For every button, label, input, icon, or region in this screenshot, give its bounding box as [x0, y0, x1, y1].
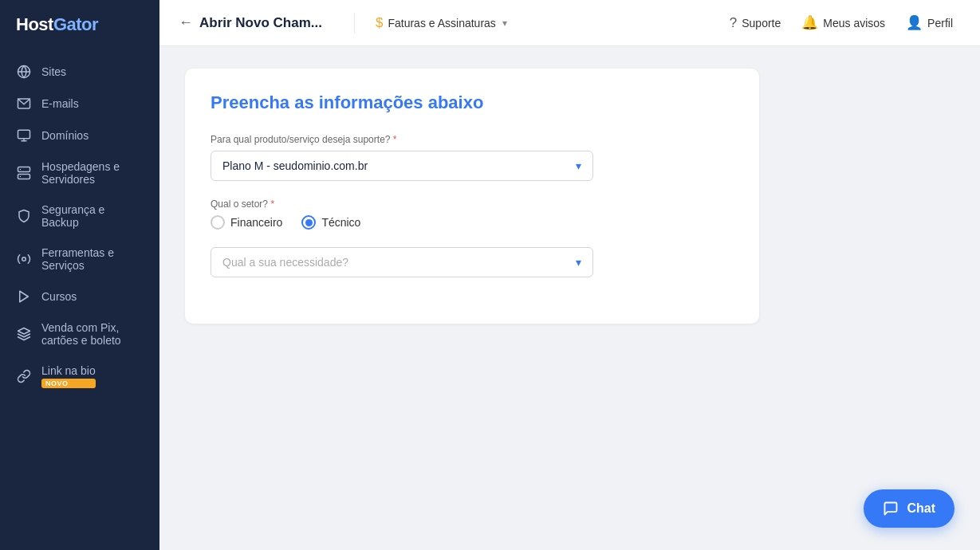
content-area: Preencha as informações abaixo Para qual… — [159, 46, 980, 550]
product-select[interactable]: Plano M - seudominio.com.br ▾ — [211, 151, 593, 181]
svg-rect-3 — [18, 130, 30, 139]
sector-radio-group: Financeiro Técnico — [211, 215, 734, 230]
radio-circle-tecnico — [301, 215, 316, 230]
product-label: Para qual produto/serviço deseja suporte… — [211, 134, 734, 145]
radio-tecnico[interactable]: Técnico — [301, 215, 360, 230]
radio-label-financeiro: Financeiro — [230, 216, 282, 229]
logo: HostGator — [0, 0, 159, 49]
back-button[interactable]: ← Abrir Novo Cham... — [179, 14, 322, 31]
sidebar-item-label: Hospedagens e Servidores — [41, 160, 144, 186]
sidebar-item-label: Segurança e Backup — [41, 203, 144, 229]
need-group: Qual a sua necessidade? ▾ — [211, 247, 734, 277]
sector-label: Qual o setor? * — [211, 198, 734, 210]
dollar-icon: $ — [376, 15, 383, 31]
chevron-down-icon: ▾ — [576, 256, 581, 269]
sidebar-item-emails[interactable]: E-mails — [0, 88, 159, 120]
sector-group: Qual o setor? * Financeiro Técnico — [211, 198, 734, 230]
avisos-button[interactable]: 🔔 Meus avisos — [793, 10, 893, 36]
topnav: ← Abrir Novo Cham... $ Faturas e Assinat… — [159, 0, 980, 46]
shield-icon — [16, 209, 32, 223]
sidebar: HostGator Sites E-mails Domínios Hosped — [0, 0, 159, 550]
page-title: Abrir Novo Cham... — [199, 15, 322, 31]
courses-icon — [16, 289, 32, 304]
sidebar-item-linkbio[interactable]: Link na bio NOVO — [0, 356, 159, 397]
email-icon — [16, 96, 32, 111]
perfil-label: Perfil — [927, 17, 953, 29]
product-group: Para qual produto/serviço deseja suporte… — [211, 134, 734, 181]
question-icon: ? — [730, 15, 737, 31]
required-mark: * — [270, 198, 274, 210]
radio-circle-financeiro — [211, 215, 225, 230]
sidebar-nav: Sites E-mails Domínios Hospedagens e Ser… — [0, 49, 159, 403]
domain-icon — [16, 128, 32, 143]
sidebar-item-label: Cursos — [41, 290, 77, 303]
topnav-divider — [354, 13, 355, 33]
product-value: Plano M - seudominio.com.br — [222, 159, 368, 172]
avisos-label: Meus avisos — [823, 17, 885, 29]
required-mark: * — [393, 134, 397, 145]
bell-icon: 🔔 — [801, 14, 818, 31]
faturas-menu[interactable]: $ Faturas e Assinaturas ▾ — [368, 10, 515, 36]
sidebar-item-venda[interactable]: Venda com Pix, cartões e boleto — [0, 312, 159, 356]
sidebar-item-label: E-mails — [41, 97, 79, 110]
need-select[interactable]: Qual a sua necessidade? ▾ — [211, 247, 593, 277]
link-icon — [16, 369, 32, 383]
sidebar-item-label: Domínios — [41, 129, 89, 142]
sidebar-item-label: Link na bio — [41, 364, 96, 377]
chevron-down-icon: ▾ — [576, 159, 581, 172]
sidebar-item-seguranca[interactable]: Segurança e Backup — [0, 194, 159, 238]
faturas-label: Faturas e Assinaturas — [388, 17, 495, 29]
tools-icon — [16, 252, 32, 266]
chat-button[interactable]: Chat — [864, 489, 954, 528]
form-title: Preencha as informações abaixo — [211, 92, 734, 113]
radio-financeiro[interactable]: Financeiro — [211, 215, 282, 230]
radio-label-tecnico: Técnico — [321, 216, 360, 229]
need-placeholder: Qual a sua necessidade? — [222, 256, 348, 269]
chat-label: Chat — [907, 501, 935, 516]
sidebar-item-sites[interactable]: Sites — [0, 56, 159, 88]
back-arrow-icon: ← — [179, 14, 193, 31]
sidebar-item-ferramentas[interactable]: Ferramentas e Serviços — [0, 238, 159, 281]
user-icon: 👤 — [906, 14, 923, 31]
pix-icon — [16, 327, 32, 341]
topnav-right: ? Suporte 🔔 Meus avisos 👤 Perfil — [722, 10, 961, 36]
sidebar-item-dominios[interactable]: Domínios — [0, 120, 159, 151]
globe-icon — [16, 65, 32, 79]
chevron-down-icon: ▾ — [502, 18, 507, 29]
suporte-button[interactable]: ? Suporte — [722, 10, 789, 36]
svg-marker-11 — [20, 291, 29, 302]
form-card: Preencha as informações abaixo Para qual… — [185, 69, 759, 324]
sidebar-item-label: Venda com Pix, cartões e boleto — [41, 321, 144, 347]
sidebar-item-label: Ferramentas e Serviços — [41, 246, 144, 272]
chat-icon — [883, 501, 899, 517]
suporte-label: Suporte — [742, 17, 781, 29]
main-area: ← Abrir Novo Cham... $ Faturas e Assinat… — [159, 0, 980, 550]
server-icon — [16, 166, 32, 180]
svg-point-10 — [22, 257, 26, 261]
sidebar-item-label: Sites — [41, 65, 66, 78]
sidebar-item-hospedagens[interactable]: Hospedagens e Servidores — [0, 151, 159, 194]
perfil-button[interactable]: 👤 Perfil — [898, 10, 961, 36]
novo-badge: NOVO — [41, 379, 96, 388]
sidebar-item-cursos[interactable]: Cursos — [0, 281, 159, 312]
